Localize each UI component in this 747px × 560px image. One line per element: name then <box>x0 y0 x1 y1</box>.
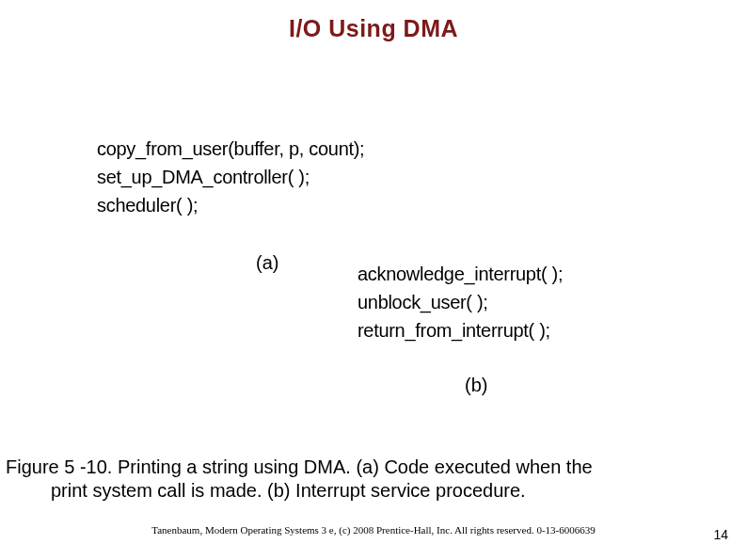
code-a-line1: copy_from_user(buffer, p, count); <box>97 135 364 163</box>
label-b: (b) <box>465 375 487 396</box>
label-a: (a) <box>256 252 278 274</box>
code-a-line3: scheduler( ); <box>97 191 364 219</box>
caption-line1: Figure 5 -10. Printing a string using DM… <box>6 456 739 479</box>
code-block-a: copy_from_user(buffer, p, count); set_up… <box>97 135 364 219</box>
citation-footer: Tanenbaum, Modern Operating Systems 3 e,… <box>0 524 747 536</box>
figure-caption: Figure 5 -10. Printing a string using DM… <box>6 456 739 503</box>
code-b-line1: acknowledge_interrupt( ); <box>358 260 563 288</box>
page-number: 14 <box>713 527 728 542</box>
slide-title: I/O Using DMA <box>0 15 747 42</box>
caption-line2: print system call is made. (b) Interrupt… <box>6 479 739 503</box>
code-b-line3: return_from_interrupt( ); <box>358 316 563 344</box>
code-b-line2: unblock_user( ); <box>358 288 563 316</box>
code-a-line2: set_up_DMA_controller( ); <box>97 163 364 191</box>
code-block-b: acknowledge_interrupt( ); unblock_user( … <box>358 260 563 344</box>
